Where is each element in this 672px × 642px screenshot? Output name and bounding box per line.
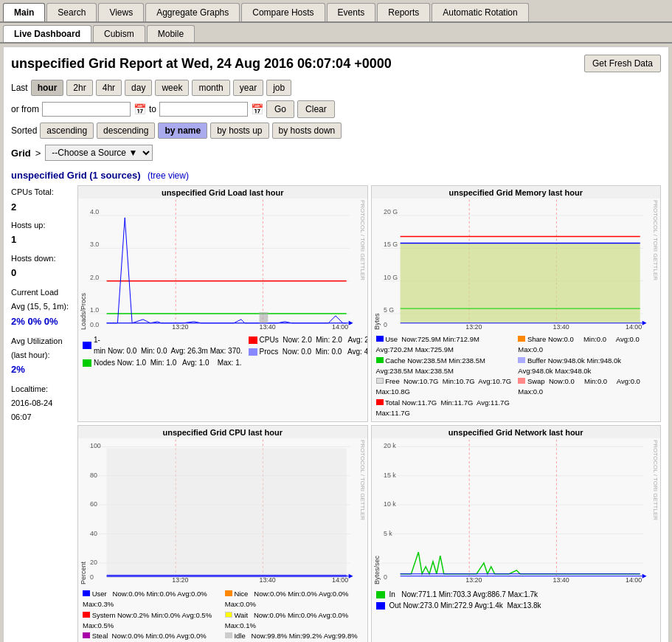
calendar-icon-from[interactable]: 📅 [134, 103, 146, 115]
chart-network-svg: 20 k 15 k 10 k 5 k 0 [382, 438, 651, 586]
hosts-down-value: 0 [11, 267, 16, 278]
calendar-icon-to[interactable]: 📅 [251, 103, 263, 115]
svg-text:3.0: 3.0 [90, 241, 99, 248]
charts-row-2: unspecified Grid CPU last hour Percent [77, 425, 661, 642]
sort-by-hosts-down[interactable]: by hosts down [272, 122, 342, 139]
svg-rect-18 [260, 312, 269, 323]
main-content: unspecified Grid Report at Wed, 24 Aug 2… [3, 46, 669, 642]
svg-text:13:20: 13:20 [172, 323, 188, 331]
time-btn-4hr[interactable]: 4hr [96, 80, 122, 96]
svg-text:100: 100 [90, 442, 101, 449]
chart-cpu-ylabel: Percent [78, 438, 89, 586]
time-btn-hour[interactable]: hour [31, 80, 64, 96]
hosts-up-label: Hosts up: [11, 221, 45, 229]
chart-cpu-legend: User Now:0.0% Min:0.0% Avg:0.0% Max:0.3%… [78, 586, 367, 642]
time-btn-year[interactable]: year [233, 80, 263, 96]
hosts-down-label: Hosts down: [11, 254, 56, 263]
svg-text:14:00: 14:00 [626, 323, 642, 331]
chart-load-ylabel: Loads/Procs [78, 199, 89, 331]
chart-load-title: unspecified Grid Load last hour [78, 186, 367, 199]
chart-memory-sidelabel: PROTOCOL / TORI GETTLER [651, 199, 660, 331]
hosts-up-value: 1 [11, 234, 16, 245]
report-title: unspecified Grid Report at Wed, 24 Aug 2… [11, 56, 392, 72]
chart-memory-svg: 20 G 15 G 10 G 5 G 0 [382, 199, 651, 331]
svg-text:13:40: 13:40 [553, 323, 569, 331]
tab-search[interactable]: Search [46, 3, 97, 21]
svg-text:14:00: 14:00 [332, 323, 348, 331]
to-date-input[interactable] [159, 102, 248, 117]
grid-section: unspecified Grid (1 sources) (tree view)… [11, 170, 661, 642]
svg-rect-52 [107, 577, 347, 578]
svg-text:0.0: 0.0 [90, 321, 99, 328]
svg-text:13:20: 13:20 [465, 576, 482, 584]
tab-aggregate-graphs[interactable]: Aggregate Graphs [145, 3, 240, 21]
tab-bar-top: Main Search Views Aggregate Graphs Compa… [0, 0, 672, 23]
charts-row-1: unspecified Grid Load last hour Loads/Pr… [77, 185, 661, 422]
cpus-total-label: CPUs Total: [11, 187, 54, 196]
svg-text:15 G: 15 G [383, 241, 397, 248]
svg-text:5 G: 5 G [383, 306, 393, 314]
svg-text:10 G: 10 G [383, 274, 397, 281]
svg-text:0: 0 [383, 321, 387, 328]
chart-cpu-svg: 100 80 60 40 20 0 [89, 438, 358, 586]
chart-memory-title: unspecified Grid Memory last hour [372, 186, 661, 199]
last-label: Last [11, 83, 28, 93]
tab-mobile[interactable]: Mobile [147, 25, 195, 42]
sort-controls: Sorted ascending descending by name by h… [11, 122, 661, 139]
chart-memory-legend: Use Now:725.9M Min:712.9M Avg:720.2M Max… [372, 331, 661, 421]
svg-text:14:00: 14:00 [332, 576, 348, 584]
time-btn-2hr[interactable]: 2hr [66, 80, 92, 96]
chart-cpu-sidelabel: PROTOCOL / TORI GETTLER [358, 438, 367, 586]
fresh-data-button[interactable]: Get Fresh Data [584, 55, 661, 72]
chart-network-ylabel: Bytes/sec [372, 438, 382, 586]
chart-load-legend: 1-min Now: 0.0 Min: 0.0 Avg: 26.3m Max: … [78, 331, 367, 371]
chart-load-sidelabel: PROTOCOL / TORI GETTLER [358, 199, 367, 331]
time-btn-day[interactable]: day [125, 80, 152, 96]
load-avg-label: Current Load Avg (15, 5, 1m): [11, 288, 69, 311]
svg-text:20: 20 [90, 559, 97, 566]
date-range-controls: or from 📅 to 📅 Go Clear [11, 100, 661, 118]
from-date-input[interactable] [42, 102, 131, 117]
charts-area: unspecified Grid Load last hour Loads/Pr… [77, 185, 661, 642]
svg-text:2.0: 2.0 [90, 274, 99, 281]
go-button[interactable]: Go [266, 100, 294, 118]
tab-events[interactable]: Events [327, 3, 376, 21]
grid-arrow: > [35, 148, 41, 159]
chart-network: unspecified Grid Network last hour Bytes… [371, 425, 662, 642]
sort-descending[interactable]: descending [97, 122, 155, 139]
svg-text:80: 80 [90, 472, 97, 479]
tab-main[interactable]: Main [3, 3, 45, 21]
svg-text:20 G: 20 G [383, 208, 397, 215]
tab-compare-hosts[interactable]: Compare Hosts [241, 3, 325, 21]
tab-views[interactable]: Views [98, 3, 144, 21]
grid-selector-row: Grid > --Choose a Source ▼ [11, 145, 661, 161]
chart-network-legend: In Now:771.1 Min:703.3 Avg:886.7 Max:1.7… [372, 586, 661, 614]
tab-live-dashboard[interactable]: Live Dashboard [3, 25, 91, 42]
cpus-total-value: 2 [11, 201, 16, 213]
localtime-label: Localtime: [11, 384, 48, 393]
time-btn-month[interactable]: month [192, 80, 229, 96]
chart-memory-ylabel: Bytes [372, 199, 382, 331]
tab-automatic-rotation[interactable]: Automatic Rotation [432, 3, 528, 21]
svg-marker-59 [349, 574, 353, 579]
clear-button[interactable]: Clear [297, 100, 335, 118]
tab-reports[interactable]: Reports [377, 3, 430, 21]
chart-load-svg: 4.0 3.0 2.0 1.0 0.0 [89, 199, 358, 331]
grid-source-select[interactable]: --Choose a Source ▼ [45, 145, 153, 161]
svg-text:13:40: 13:40 [260, 323, 276, 331]
svg-text:15 k: 15 k [383, 472, 395, 479]
svg-rect-30 [400, 243, 640, 322]
svg-text:0: 0 [90, 573, 94, 581]
tree-view-link[interactable]: (tree view) [148, 170, 189, 181]
svg-text:13:40: 13:40 [260, 576, 276, 584]
load-avg-value: 2% 0% 0% [11, 316, 58, 327]
chart-memory: unspecified Grid Memory last hour Bytes [371, 185, 662, 422]
localtime-value: 2016-08-24 06:07 [11, 398, 52, 421]
sort-ascending[interactable]: ascending [40, 122, 94, 139]
tab-cubism[interactable]: Cubism [93, 25, 145, 42]
sort-by-name[interactable]: by name [158, 122, 207, 139]
time-btn-week[interactable]: week [155, 80, 189, 96]
grid-label: Grid [11, 148, 31, 159]
sort-by-hosts-up[interactable]: by hosts up [210, 122, 269, 139]
time-btn-job[interactable]: job [266, 80, 291, 96]
